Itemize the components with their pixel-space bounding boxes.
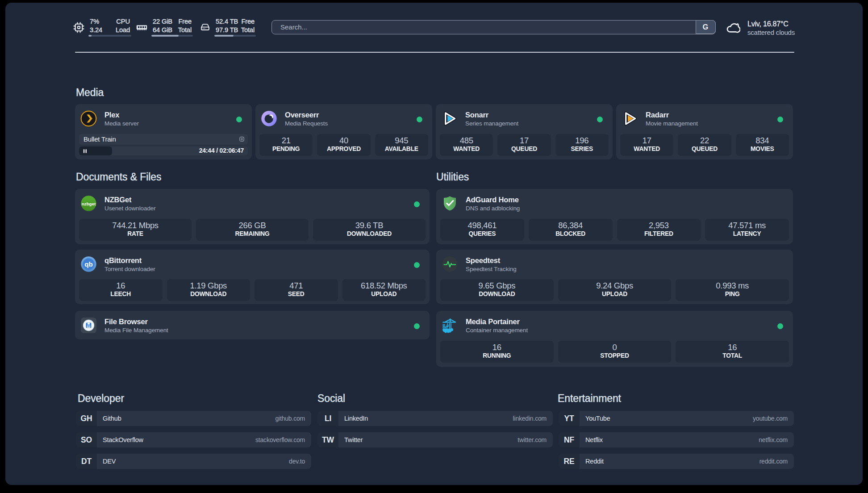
service-card-portainer[interactable]: Media Portainer Container management 16 … bbox=[436, 311, 793, 367]
stat-block: 0.993 ms PING bbox=[676, 279, 789, 301]
status-dot bbox=[777, 117, 784, 123]
weather-condition: scattered clouds bbox=[747, 29, 795, 37]
stat-value: 47.571 ms bbox=[728, 220, 766, 230]
service-card-qbittorrent[interactable]: qBittorrent Torrent downloader 16 LEECH … bbox=[75, 250, 430, 304]
service-description: Torrent downloader bbox=[104, 265, 155, 273]
plex-now-playing: Bullet Train bbox=[79, 134, 248, 145]
bookmark-github[interactable]: GH Github github.com bbox=[76, 411, 311, 426]
stat-label: LATENCY bbox=[733, 230, 761, 238]
stat-value: 22 bbox=[700, 135, 709, 146]
cpu-load-value: 3.24 bbox=[90, 26, 102, 34]
section-title-entertainment: Entertainment bbox=[558, 393, 621, 404]
bookmark-name: Github bbox=[103, 415, 121, 422]
bookmark-url: reddit.com bbox=[760, 458, 788, 465]
service-description: Usenet downloader bbox=[104, 205, 156, 212]
status-dot bbox=[414, 262, 420, 268]
stat-value: 16 bbox=[728, 342, 737, 352]
stat-value: 86,384 bbox=[558, 220, 583, 230]
stat-label: BLOCKED bbox=[555, 230, 585, 238]
cpu-usage-label: CPU bbox=[116, 17, 130, 26]
service-description: Media File Management bbox=[104, 326, 168, 334]
radarr-logo bbox=[622, 110, 638, 127]
memory-total-value: 64 GiB bbox=[153, 26, 172, 34]
stat-label: APPROVED bbox=[327, 146, 361, 153]
bookmark-stackoverflow[interactable]: SO StackOverflow stackoverflow.com bbox=[76, 432, 311, 447]
stat-block: 40 APPROVED bbox=[317, 134, 370, 156]
bookmark-twitter[interactable]: TW Twitter twitter.com bbox=[317, 432, 553, 447]
plex-time-display: 24:44 / 02:06:47 bbox=[199, 147, 244, 154]
bookmark-reddit[interactable]: RE Reddit reddit.com bbox=[559, 454, 794, 469]
stat-label: DOWNLOAD bbox=[190, 291, 226, 298]
status-dot bbox=[414, 323, 420, 330]
status-dot bbox=[597, 117, 603, 123]
bookmark-abbr: LI bbox=[317, 411, 338, 426]
stat-label: DOWNLOAD bbox=[479, 291, 515, 298]
stat-value: 9.24 Gbps bbox=[596, 280, 633, 291]
stat-block: 22 QUEUED bbox=[678, 134, 731, 156]
pause-icon[interactable] bbox=[83, 149, 87, 153]
bookmark-url: twitter.com bbox=[517, 436, 547, 443]
service-name: Plex bbox=[104, 110, 139, 120]
stat-block: 17 QUEUED bbox=[497, 134, 551, 156]
status-dot bbox=[417, 117, 423, 123]
stat-value: 21 bbox=[282, 135, 291, 146]
stat-label: LEECH bbox=[110, 291, 131, 298]
section-title-social: Social bbox=[317, 393, 345, 404]
disk-progress-bar bbox=[214, 35, 256, 37]
service-description: Media server bbox=[104, 120, 139, 127]
bookmark-netflix[interactable]: NF Netflix netflix.com bbox=[559, 432, 794, 447]
stat-value: 16 bbox=[492, 342, 501, 352]
service-name: Media Portainer bbox=[466, 317, 528, 326]
bookmark-abbr: TW bbox=[317, 432, 338, 447]
stat-block: 0 STOPPED bbox=[558, 341, 672, 363]
dashboard-panel: 7% CPU 3.24 Load 22 GiB Free 64 GiB Tota… bbox=[5, 3, 863, 485]
bookmark-abbr: YT bbox=[559, 411, 580, 426]
cloud-icon bbox=[726, 21, 740, 35]
stat-block: 744.21 Mbps RATE bbox=[79, 219, 192, 241]
service-card-plex[interactable]: Plex Media server Bullet Train 24:44 / 0… bbox=[75, 104, 252, 159]
service-card-filebrowser[interactable]: File Browser Media File Management bbox=[75, 311, 430, 339]
service-name: AdGuard Home bbox=[466, 195, 520, 205]
stat-value: 945 bbox=[395, 135, 408, 146]
stat-label: UPLOAD bbox=[371, 291, 396, 298]
service-description: Container management bbox=[466, 326, 528, 334]
plex-progress-row: 24:44 / 02:06:47 bbox=[79, 146, 248, 155]
weather-widget[interactable]: Lviv, 16.87°C scattered clouds bbox=[726, 20, 795, 37]
stat-block: 498,461 QUERIES bbox=[440, 219, 524, 241]
bookmark-url: netflix.com bbox=[759, 436, 788, 443]
stat-label: QUEUED bbox=[692, 146, 718, 153]
disk-resource-widget: 52.4 TB Free 97.9 TB Total bbox=[200, 17, 256, 37]
bookmark-dev[interactable]: DT DEV dev.to bbox=[76, 454, 311, 469]
stat-block: 39.6 TB DOWNLOADED bbox=[313, 219, 426, 241]
stat-label: RUNNING bbox=[483, 352, 511, 359]
filebrowser-logo bbox=[80, 317, 97, 334]
stat-label: SEED bbox=[288, 291, 305, 298]
service-name: Speedtest bbox=[466, 256, 517, 265]
bookmark-name: YouTube bbox=[585, 415, 610, 422]
bookmark-name: Netflix bbox=[585, 436, 603, 443]
bookmark-linkedin[interactable]: LI LinkedIn linkedin.com bbox=[317, 411, 553, 426]
stat-value: 266 GB bbox=[239, 220, 266, 230]
bookmark-abbr: RE bbox=[559, 454, 580, 469]
service-card-sonarr[interactable]: Sonarr Series management 485 WANTED 17 Q… bbox=[436, 104, 613, 159]
memory-progress-bar bbox=[151, 35, 193, 37]
stat-value: 1.19 Gbps bbox=[190, 280, 227, 291]
service-card-overseerr[interactable]: Overseerr Media Requests 21 PENDING 40 A… bbox=[255, 104, 432, 159]
service-card-adguard[interactable]: AdGuard Home DNS and adblocking 498,461 … bbox=[436, 189, 793, 244]
stat-block: 2,953 FILTERED bbox=[617, 219, 701, 241]
service-card-speedtest[interactable]: Speedtest Speedtest Tracking 9.65 Gbps D… bbox=[436, 250, 793, 304]
service-card-radarr[interactable]: Radarr Movie management 17 WANTED 22 QUE… bbox=[616, 104, 793, 159]
stat-label: DOWNLOADED bbox=[347, 230, 392, 238]
service-card-nzbget[interactable]: NZBGet Usenet downloader 744.21 Mbps RAT… bbox=[75, 189, 430, 244]
search-provider-button[interactable]: G bbox=[696, 20, 716, 34]
stat-value: 834 bbox=[755, 135, 769, 146]
nzbget-logo bbox=[80, 195, 97, 212]
bookmark-url: stackoverflow.com bbox=[255, 436, 305, 443]
portainer-logo bbox=[442, 317, 458, 334]
stat-label: STOPPED bbox=[600, 352, 629, 359]
search-input[interactable] bbox=[272, 21, 715, 34]
stat-label: TOTAL bbox=[722, 352, 742, 359]
bookmark-youtube[interactable]: YT YouTube youtube.com bbox=[559, 411, 794, 426]
memory-free-label: Free bbox=[178, 17, 192, 26]
bookmark-name: DEV bbox=[103, 458, 116, 465]
